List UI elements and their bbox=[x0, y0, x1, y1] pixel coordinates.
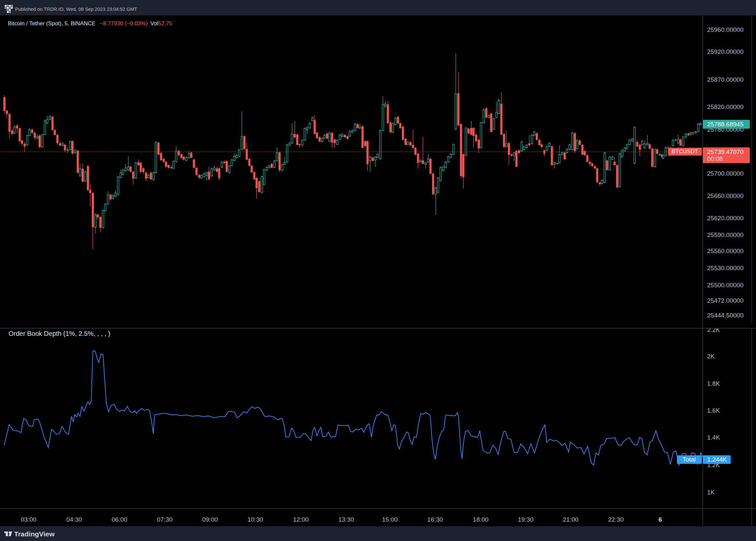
svg-text:25920.00000: 25920.00000 bbox=[707, 48, 744, 55]
svg-text:1K: 1K bbox=[707, 489, 715, 496]
svg-text:07:30: 07:30 bbox=[157, 516, 172, 523]
svg-text:Total: Total bbox=[682, 456, 696, 463]
svg-text:25820.00000: 25820.00000 bbox=[707, 103, 744, 110]
svg-text:00:08: 00:08 bbox=[707, 155, 723, 162]
svg-text:12:00: 12:00 bbox=[293, 516, 309, 523]
svg-text:25444.50000: 25444.50000 bbox=[707, 312, 744, 319]
svg-text:1.4K: 1.4K bbox=[707, 434, 720, 441]
svg-text:25660.00000: 25660.00000 bbox=[707, 192, 744, 199]
svg-text:25870.00000: 25870.00000 bbox=[707, 76, 744, 83]
svg-text:Order Book Depth (1%, 2.5%, ,: Order Book Depth (1%, 2.5%, , , , ) bbox=[9, 330, 110, 337]
svg-text:03:00: 03:00 bbox=[21, 516, 36, 523]
svg-text:25620.00000: 25620.00000 bbox=[707, 215, 744, 222]
svg-text:18:00: 18:00 bbox=[473, 516, 489, 523]
svg-text:09:00: 09:00 bbox=[202, 516, 218, 523]
svg-text:04:30: 04:30 bbox=[66, 516, 82, 523]
svg-text:25500.00000: 25500.00000 bbox=[707, 282, 744, 288]
svg-text:1.6K: 1.6K bbox=[707, 407, 720, 414]
svg-text:25700.00000: 25700.00000 bbox=[707, 170, 744, 177]
svg-text:19:30: 19:30 bbox=[518, 516, 534, 523]
svg-text:2K: 2K bbox=[707, 353, 715, 360]
svg-text:25590.00000: 25590.00000 bbox=[707, 232, 744, 238]
svg-text:13:30: 13:30 bbox=[338, 516, 354, 523]
svg-text:Bitcoin / Tether (Spot), 5, BI: Bitcoin / Tether (Spot), 5, BINANCE −8.7… bbox=[8, 20, 172, 27]
svg-text:Published on TRDR.IO, Wed, 06: Published on TRDR.IO, Wed, 06 Sep 2023 2… bbox=[15, 7, 137, 12]
svg-text:25788.68945: 25788.68945 bbox=[707, 121, 744, 128]
svg-text:10:30: 10:30 bbox=[247, 516, 263, 523]
svg-text:15:00: 15:00 bbox=[382, 516, 398, 523]
svg-text:21:00: 21:00 bbox=[563, 516, 579, 523]
svg-text:1.244K: 1.244K bbox=[707, 456, 727, 463]
svg-text:25530.00000: 25530.00000 bbox=[707, 265, 744, 271]
svg-text:25739.47070: 25739.47070 bbox=[707, 148, 744, 155]
svg-text:25472.00000: 25472.00000 bbox=[707, 297, 744, 304]
svg-text:TradingView: TradingView bbox=[14, 530, 55, 538]
svg-text:25560.00000: 25560.00000 bbox=[707, 248, 744, 255]
svg-text:22:30: 22:30 bbox=[608, 516, 624, 523]
svg-text:25960.00000: 25960.00000 bbox=[707, 26, 744, 33]
svg-text:6: 6 bbox=[658, 516, 662, 523]
svg-text:16:30: 16:30 bbox=[427, 516, 443, 523]
svg-text:BTCUSDT: BTCUSDT bbox=[672, 148, 698, 155]
svg-text:1.8K: 1.8K bbox=[707, 380, 720, 387]
svg-text:06:00: 06:00 bbox=[112, 516, 127, 523]
